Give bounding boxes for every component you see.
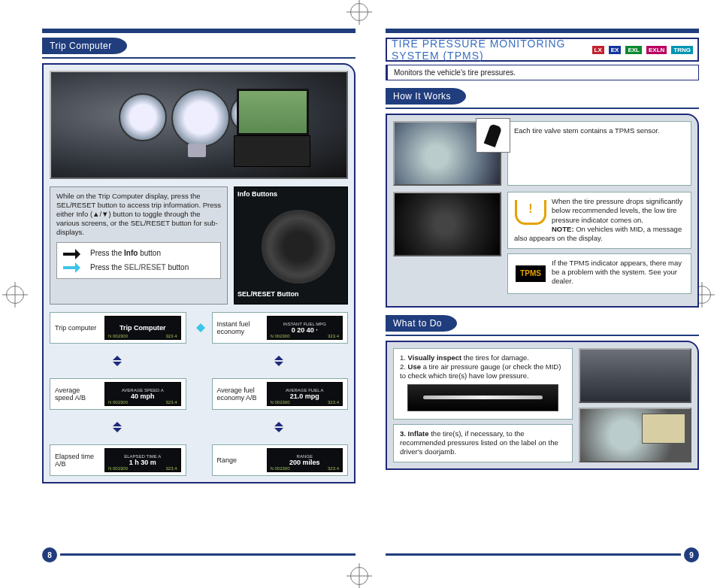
- step-1-2-box: 1. Visually inspect the tires for damage…: [393, 348, 573, 420]
- step2-rest: a tire air pressure gauge (or check the …: [400, 362, 561, 380]
- gauge-center-icon: [171, 89, 230, 147]
- arrow-right-cyan-icon: [63, 264, 84, 271]
- step2-num: 2.: [400, 362, 406, 371]
- lcd-avgspeed: AVERAGE SPEED A 40 mph N 002300323.4: [104, 382, 181, 406]
- trim-badge-trng: TRNG: [671, 46, 693, 54]
- press-info-c: button: [140, 249, 161, 257]
- trip-computer-flow-grid: Trip computer Trip Computer N 002300323.…: [50, 312, 348, 476]
- bottom-rule-left: [60, 553, 355, 556]
- doorjamb-photo: [579, 348, 691, 403]
- cell-avg-fuel: Average fuel economy A/B AVERAGE FUEL A …: [212, 378, 349, 410]
- steering-wheel-photo: [393, 192, 501, 256]
- steering-wheel-callout-photo: Info Buttons SEL/RESET Button: [234, 186, 348, 305]
- hiw-underline: [386, 108, 699, 109]
- cell-avg-speed: Average speed A/B AVERAGE SPEED A 40 mph…: [50, 378, 186, 410]
- arrow-right-black-icon: [63, 250, 84, 258]
- cell-elapsed: Elapsed time A/B ELAPSED TIME A 1 h 30 m…: [50, 444, 186, 476]
- top-rule-right: [386, 29, 699, 33]
- instructions-text: While on the Trip Computer display, pres…: [56, 192, 221, 236]
- arrow-vertical-4-icon: [212, 417, 349, 437]
- arrow-cyan-horizontal-icon: [192, 312, 206, 344]
- section-title-trip-computer: Trip Computer: [42, 38, 127, 54]
- registration-mark-bottom: [350, 567, 368, 585]
- page-right: TIRE PRESSURE MONITORING SYSTEM (TPMS) L…: [386, 29, 699, 559]
- press-info-a: Press the: [90, 249, 122, 257]
- steering-wheel-icon: [262, 210, 335, 283]
- trip-computer-panel: While on the Trip Computer display, pres…: [42, 63, 355, 483]
- label-avgfuel: Average fuel economy A/B: [217, 386, 262, 402]
- arrow-vertical-2-icon: [212, 351, 349, 371]
- label-instant: Instant fuel economy: [217, 320, 262, 335]
- tpms-indicator-text: TPMS If the TPMS indicator appears, ther…: [507, 253, 691, 294]
- low-pressure-text: When the tire pressure drops significant…: [507, 192, 691, 249]
- section-underline: [42, 57, 355, 59]
- step3-bold: Inflate: [408, 429, 429, 438]
- step1-rest: the tires for damage.: [464, 353, 529, 362]
- step1-bold: Visually inspect: [408, 353, 462, 362]
- indicator-text: If the TPMS indicator appears, there may…: [552, 259, 682, 286]
- center-stack-icon: [234, 135, 310, 167]
- step-3-box: 3. Inflate the tire(s), if necessary, to…: [393, 424, 573, 462]
- how-it-works-panel: Each tire valve stem contains a TPMS sen…: [386, 114, 699, 308]
- lcd-elapsed: ELAPSED TIME A 1 h 30 m N 002300323.4: [104, 448, 181, 472]
- press-sel-b: SEL/RESET: [124, 263, 166, 271]
- tire-gauge-photo: [407, 384, 558, 411]
- page-left: Trip Computer While on the Trip Computer…: [42, 29, 355, 559]
- trim-badge-ex: EX: [609, 46, 622, 54]
- drops-text: When the tire pressure drops significant…: [552, 197, 682, 224]
- lcd-trip: Trip Computer N 002300323.4: [104, 316, 181, 340]
- sensor-text: Each tire valve stem contains a TPMS sen…: [507, 121, 691, 186]
- registration-mark-top: [350, 3, 368, 21]
- callout-info-buttons: Info Buttons: [237, 190, 277, 198]
- low-tire-pressure-icon: [514, 197, 547, 227]
- lcd-instant: INSTANT FUEL MPG 0 20 40 · N 002300323.4: [267, 316, 343, 340]
- steering-logo-icon: [188, 144, 206, 157]
- step3-num: 3.: [400, 429, 406, 438]
- trip-computer-instructions: While on the Trip Computer display, pres…: [50, 186, 228, 305]
- monitors-text: Monitors the vehicle's tire pressures.: [386, 65, 699, 80]
- lcd-avgfuel: AVERAGE FUEL A 21.0 mpg N 002300323.4: [267, 382, 343, 406]
- page-number-right: 9: [684, 547, 699, 562]
- note-label: NOTE:: [552, 225, 574, 233]
- trim-badge-exln: EXLN: [646, 46, 667, 54]
- step2-bold: Use: [408, 362, 421, 371]
- label-elapsed: Elapsed time A/B: [55, 453, 100, 468]
- tpms-sensor-inset-icon: [476, 118, 510, 153]
- top-rule: [42, 29, 355, 33]
- page-number-left: 8: [42, 547, 57, 562]
- arrow-vertical-3-icon: [50, 417, 186, 437]
- tpms-indicator-icon: TPMS: [514, 259, 547, 289]
- press-instructions: Press the Info button Press the SEL/RESE…: [56, 242, 221, 279]
- tire-valve-photo: [393, 121, 501, 186]
- section-title-what-to-do: What to Do: [386, 315, 457, 332]
- dashboard-photo: [50, 71, 348, 179]
- trim-badge-exl: EXL: [625, 46, 642, 54]
- trim-badge-lx: LX: [592, 46, 604, 54]
- tire-inflate-photo: [579, 408, 691, 462]
- arrow-vertical-1-icon: [50, 351, 186, 371]
- nav-screen-icon: [237, 89, 309, 135]
- press-sel-a: Press the: [90, 263, 122, 271]
- cell-range: Range RANGE 200 miles N 002300323.4: [212, 444, 349, 476]
- note-text: On vehicles with MID, a message also app…: [514, 225, 682, 242]
- cell-instant-fuel: Instant fuel economy INSTANT FUEL MPG 0 …: [212, 312, 349, 344]
- bottom-rule-right: [386, 553, 681, 556]
- press-sel-c: button: [168, 263, 189, 271]
- wtd-underline: [386, 335, 699, 336]
- label-avgspeed: Average speed A/B: [55, 386, 100, 402]
- step1-num: 1.: [400, 353, 406, 362]
- gauge-left-icon: [119, 93, 167, 141]
- label-trip: Trip computer: [55, 324, 100, 332]
- what-to-do-panel: 1. Visually inspect the tires for damage…: [386, 341, 699, 470]
- lcd-range: RANGE 200 miles N 002300323.4: [267, 448, 343, 472]
- callout-sel-reset: SEL/RESET Button: [237, 290, 299, 298]
- registration-mark-left: [6, 286, 24, 304]
- press-info-b: Info: [124, 249, 138, 257]
- cell-trip-computer: Trip computer Trip Computer N 002300323.…: [50, 312, 186, 344]
- label-range: Range: [217, 456, 262, 464]
- section-title-how-it-works: How It Works: [386, 88, 466, 105]
- tpms-title: TIRE PRESSURE MONITORING SYSTEM (TPMS): [392, 38, 588, 62]
- tpms-header: TIRE PRESSURE MONITORING SYSTEM (TPMS) L…: [386, 38, 699, 62]
